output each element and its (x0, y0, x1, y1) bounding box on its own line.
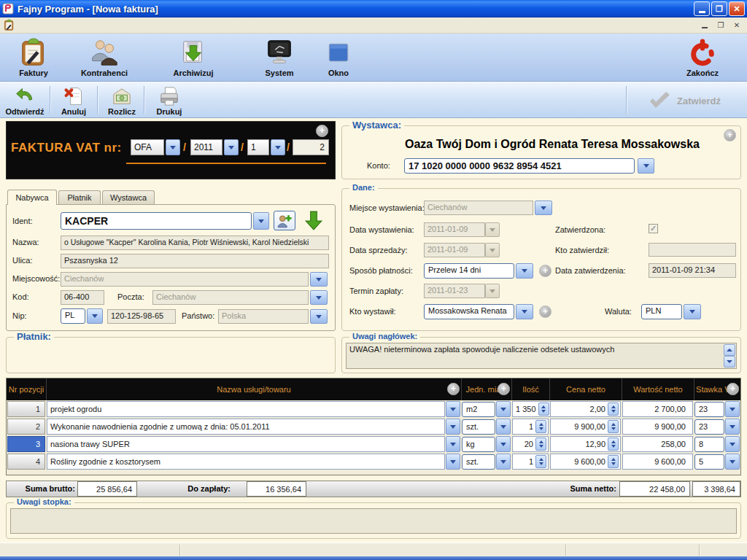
price-spinner[interactable] (608, 420, 619, 433)
invoice-series-dropdown-button[interactable] (166, 139, 180, 155)
miejscowosc-dropdown-button[interactable] (310, 272, 328, 287)
termin-field[interactable]: 2011-01-23 (424, 284, 485, 298)
column-add-button[interactable]: + (727, 383, 739, 395)
toolbar-button-zatwierdz[interactable]: Zatwierdź (627, 85, 741, 117)
account-dropdown-button[interactable] (638, 158, 654, 174)
data-wystawienia-dropdown-button[interactable] (485, 222, 500, 237)
item-name-dropdown-button[interactable] (446, 419, 460, 435)
item-name-dropdown-button[interactable] (446, 454, 460, 470)
zatwierdzona-checkbox[interactable]: ✓ (649, 224, 658, 233)
tab-wystawca[interactable]: Wystawca (102, 190, 155, 204)
vat-combo[interactable]: 8 (694, 437, 724, 452)
qty-spinner[interactable] (535, 420, 546, 433)
fetch-contractor-button[interactable] (304, 210, 323, 230)
price-spinner[interactable] (608, 455, 619, 468)
ulica-field[interactable]: Pszasnyska 12 (61, 254, 329, 268)
price-spinner[interactable] (608, 402, 619, 416)
minimize-button[interactable] (694, 1, 710, 16)
footer-notes-textarea[interactable] (10, 508, 737, 534)
vat-combo[interactable]: 5 (694, 454, 724, 470)
restore-button[interactable]: ❐ (711, 1, 727, 16)
invoice-series-combo[interactable]: OFA (131, 139, 164, 155)
qty-spinner[interactable] (535, 455, 546, 468)
data-zatwierdzenia-field[interactable]: 2011-01-09 21:34 (649, 263, 736, 278)
miejsce-dropdown-button[interactable] (535, 201, 552, 215)
account-combo[interactable]: 17 1020 0000 0000 9632 8954 4521 (404, 158, 635, 174)
panstwo-field[interactable]: Polska (218, 309, 309, 324)
invoice-month-combo[interactable]: 1 (247, 139, 269, 155)
toolbar-button-anuluj[interactable]: Anuluj (53, 85, 95, 117)
item-name-dropdown-button[interactable] (446, 436, 460, 452)
vat-dropdown-button[interactable] (725, 436, 740, 452)
unit-combo[interactable]: szt. (462, 419, 495, 435)
data-sprzedazy-field[interactable]: 2011-01-09 (424, 243, 485, 257)
mdi-close-button[interactable]: ✕ (729, 19, 744, 31)
item-name-dropdown-button[interactable] (446, 401, 460, 417)
price-field[interactable]: 9 600,00 (554, 457, 608, 466)
price-field[interactable]: 9 900,00 (554, 422, 608, 431)
price-spinner[interactable] (608, 438, 619, 451)
mdi-minimize-button[interactable] (697, 19, 712, 31)
toolbar-button-odtwierdz[interactable]: Odtwierdź (1, 85, 48, 117)
termin-dropdown-button[interactable] (485, 284, 500, 298)
vat-combo[interactable]: 23 (694, 419, 724, 435)
mdi-restore-button[interactable]: ❐ (713, 19, 728, 31)
add-contractor-button[interactable] (274, 211, 295, 230)
miejscowosc-field[interactable]: Ciechanów (61, 272, 309, 287)
unit-dropdown-button[interactable] (496, 454, 511, 470)
column-add-button[interactable]: + (447, 383, 460, 395)
issuer-expand-button[interactable]: + (724, 129, 736, 141)
invoice-month-dropdown-button[interactable] (271, 139, 285, 155)
tab-nabywca[interactable]: Nabywca (7, 190, 57, 205)
toolbar-button-drukuj[interactable]: Drukuj (147, 85, 192, 117)
kto-wystawil-combo[interactable]: Mossakowska Renata (424, 304, 514, 319)
toolbar-button-rozlicz[interactable]: Rozlicz (100, 85, 144, 117)
waluta-combo[interactable]: PLN (641, 304, 682, 319)
scroll-up-button[interactable] (724, 344, 735, 356)
toolbar-button-kontrahenci[interactable]: Kontrahenci (73, 36, 136, 79)
kod-field[interactable]: 06-400 (61, 290, 104, 305)
item-name-field[interactable]: Wykonanie nawodnienia zgodnie z umową z … (47, 419, 445, 435)
document-icon[interactable] (3, 19, 15, 31)
qty-field[interactable]: 1 (516, 422, 535, 431)
invoice-number-field[interactable]: 2 (293, 139, 329, 155)
sposob-dropdown-button[interactable] (516, 263, 533, 279)
price-field[interactable]: 2,00 (554, 405, 608, 413)
row-number-cell[interactable]: 4 (7, 453, 46, 470)
row-number-cell[interactable]: 2 (7, 418, 46, 435)
row-number-cell[interactable]: 1 (7, 400, 46, 418)
nip-prefix-dropdown-button[interactable] (87, 308, 103, 324)
qty-field[interactable]: 1 350 (516, 405, 538, 413)
unit-combo[interactable]: kg (462, 437, 495, 452)
sposob-combo[interactable]: Przelew 14 dni (424, 263, 514, 279)
price-field[interactable]: 12,90 (554, 440, 608, 448)
kto-wystawil-add-button[interactable]: + (539, 306, 551, 318)
header-notes-textarea[interactable]: UWAGA! nieterminowa zapłata spowoduje na… (346, 343, 737, 369)
ident-dropdown-button[interactable] (253, 212, 269, 230)
kto-zatwierdzil-field[interactable] (649, 243, 736, 257)
item-name-field[interactable]: projekt ogrodu (47, 401, 445, 417)
unit-dropdown-button[interactable] (496, 419, 511, 435)
scroll-down-button[interactable] (724, 356, 735, 368)
toolbar-button-system[interactable]: System (254, 36, 305, 79)
poczta-field[interactable]: Ciechanów (152, 290, 309, 305)
sposob-add-button[interactable]: + (539, 265, 551, 277)
vat-dropdown-button[interactable] (725, 401, 740, 417)
item-name-field[interactable]: Rośliny zgodnie z kosztorysem (47, 454, 445, 470)
nazwa-field[interactable]: o Usługowe "Kacper" Karolina Kania, Piot… (61, 236, 329, 250)
data-sprzedazy-dropdown-button[interactable] (485, 243, 500, 257)
poczta-dropdown-button[interactable] (310, 290, 328, 305)
qty-field[interactable]: 20 (516, 440, 535, 448)
qty-spinner[interactable] (535, 438, 546, 451)
miejsce-field[interactable]: Ciechanów (424, 201, 533, 215)
invoice-year-combo[interactable]: 2011 (190, 139, 222, 155)
vat-combo[interactable]: 23 (694, 402, 724, 417)
toolbar-button-faktury[interactable]: Faktury (10, 36, 57, 79)
vat-dropdown-button[interactable] (725, 454, 740, 470)
unit-dropdown-button[interactable] (496, 401, 511, 417)
nip-field[interactable]: 120-125-98-65 (107, 309, 176, 324)
vat-dropdown-button[interactable] (725, 419, 740, 435)
unit-combo[interactable]: m2 (462, 402, 495, 417)
invoice-year-dropdown-button[interactable] (224, 139, 239, 155)
column-add-button[interactable]: + (498, 383, 510, 395)
